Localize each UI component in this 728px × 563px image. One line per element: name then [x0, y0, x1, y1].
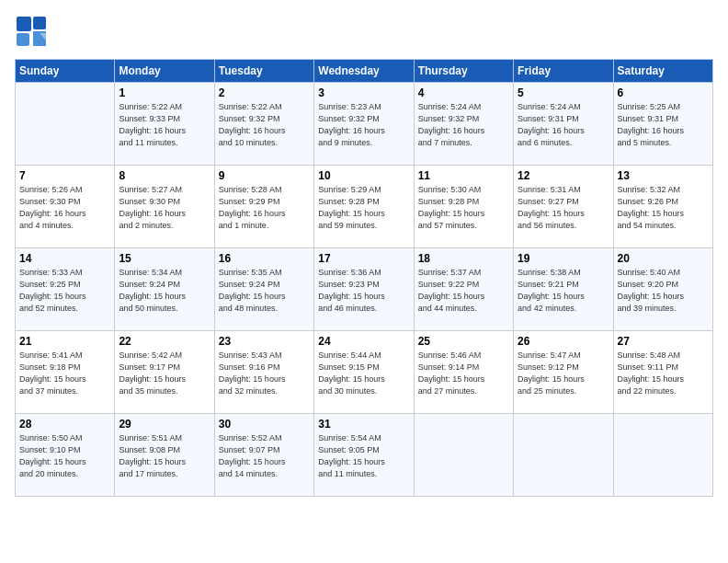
- day-info: Sunrise: 5:27 AM Sunset: 9:30 PM Dayligh…: [119, 184, 210, 232]
- day-info: Sunrise: 5:54 AM Sunset: 9:05 PM Dayligh…: [318, 432, 409, 480]
- page-header: [15, 15, 713, 48]
- day-number: 30: [219, 418, 310, 431]
- day-number: 7: [19, 169, 110, 182]
- weekday-header-friday: Friday: [514, 60, 613, 83]
- day-info: Sunrise: 5:26 AM Sunset: 9:30 PM Dayligh…: [19, 184, 110, 232]
- day-info: Sunrise: 5:31 AM Sunset: 9:27 PM Dayligh…: [518, 184, 609, 232]
- calendar-cell: 1Sunrise: 5:22 AM Sunset: 9:33 PM Daylig…: [115, 83, 214, 166]
- day-number: 8: [119, 169, 210, 182]
- day-info: Sunrise: 5:36 AM Sunset: 9:23 PM Dayligh…: [318, 267, 409, 315]
- calendar-week-5: 28Sunrise: 5:50 AM Sunset: 9:10 PM Dayli…: [16, 414, 713, 497]
- day-number: 24: [318, 335, 409, 348]
- day-info: Sunrise: 5:22 AM Sunset: 9:32 PM Dayligh…: [219, 101, 310, 149]
- day-info: Sunrise: 5:44 AM Sunset: 9:15 PM Dayligh…: [318, 350, 409, 397]
- day-number: 16: [219, 252, 310, 265]
- day-info: Sunrise: 5:42 AM Sunset: 9:17 PM Dayligh…: [119, 350, 210, 397]
- calendar-cell: 15Sunrise: 5:34 AM Sunset: 9:24 PM Dayli…: [115, 248, 214, 331]
- svg-rect-0: [17, 17, 31, 31]
- day-info: Sunrise: 5:23 AM Sunset: 9:32 PM Dayligh…: [318, 101, 409, 149]
- day-info: Sunrise: 5:25 AM Sunset: 9:31 PM Dayligh…: [618, 101, 709, 149]
- calendar-cell: 25Sunrise: 5:46 AM Sunset: 9:14 PM Dayli…: [414, 331, 513, 414]
- day-info: Sunrise: 5:28 AM Sunset: 9:29 PM Dayligh…: [219, 184, 310, 232]
- calendar-cell: 21Sunrise: 5:41 AM Sunset: 9:18 PM Dayli…: [16, 331, 115, 414]
- day-info: Sunrise: 5:35 AM Sunset: 9:24 PM Dayligh…: [219, 267, 310, 315]
- calendar-table: SundayMondayTuesdayWednesdayThursdayFrid…: [15, 59, 713, 497]
- calendar-cell: 6Sunrise: 5:25 AM Sunset: 9:31 PM Daylig…: [613, 83, 712, 166]
- day-info: Sunrise: 5:24 AM Sunset: 9:32 PM Dayligh…: [418, 101, 509, 149]
- day-info: Sunrise: 5:34 AM Sunset: 9:24 PM Dayligh…: [119, 267, 210, 315]
- day-number: 19: [518, 252, 609, 265]
- day-info: Sunrise: 5:48 AM Sunset: 9:11 PM Dayligh…: [618, 350, 709, 397]
- weekday-header-tuesday: Tuesday: [214, 60, 313, 83]
- day-info: Sunrise: 5:22 AM Sunset: 9:33 PM Dayligh…: [119, 101, 210, 149]
- svg-rect-1: [33, 17, 46, 29]
- calendar-cell: 24Sunrise: 5:44 AM Sunset: 9:15 PM Dayli…: [314, 331, 414, 414]
- day-number: 27: [618, 335, 709, 348]
- day-info: Sunrise: 5:51 AM Sunset: 9:08 PM Dayligh…: [119, 432, 210, 480]
- weekday-header-wednesday: Wednesday: [314, 60, 414, 83]
- day-number: 6: [618, 86, 709, 99]
- calendar-cell: 20Sunrise: 5:40 AM Sunset: 9:20 PM Dayli…: [613, 248, 712, 331]
- day-info: Sunrise: 5:37 AM Sunset: 9:22 PM Dayligh…: [418, 267, 509, 315]
- calendar-week-2: 7Sunrise: 5:26 AM Sunset: 9:30 PM Daylig…: [16, 166, 713, 248]
- day-number: 10: [318, 169, 409, 182]
- day-number: 2: [219, 86, 310, 99]
- calendar-cell: 11Sunrise: 5:30 AM Sunset: 9:28 PM Dayli…: [414, 166, 513, 248]
- calendar-cell: 14Sunrise: 5:33 AM Sunset: 9:25 PM Dayli…: [16, 248, 115, 331]
- calendar-cell: 10Sunrise: 5:29 AM Sunset: 9:28 PM Dayli…: [314, 166, 414, 248]
- day-info: Sunrise: 5:41 AM Sunset: 9:18 PM Dayligh…: [19, 350, 110, 397]
- calendar-cell: 9Sunrise: 5:28 AM Sunset: 9:29 PM Daylig…: [214, 166, 313, 248]
- calendar-week-4: 21Sunrise: 5:41 AM Sunset: 9:18 PM Dayli…: [16, 331, 713, 414]
- calendar-week-3: 14Sunrise: 5:33 AM Sunset: 9:25 PM Dayli…: [16, 248, 713, 331]
- calendar-cell: 13Sunrise: 5:32 AM Sunset: 9:26 PM Dayli…: [613, 166, 712, 248]
- day-info: Sunrise: 5:33 AM Sunset: 9:25 PM Dayligh…: [19, 267, 110, 315]
- day-number: 12: [518, 169, 609, 182]
- day-info: Sunrise: 5:52 AM Sunset: 9:07 PM Dayligh…: [219, 432, 310, 480]
- calendar-cell: 16Sunrise: 5:35 AM Sunset: 9:24 PM Dayli…: [214, 248, 313, 331]
- calendar-cell: 23Sunrise: 5:43 AM Sunset: 9:16 PM Dayli…: [214, 331, 313, 414]
- day-info: Sunrise: 5:43 AM Sunset: 9:16 PM Dayligh…: [219, 350, 310, 397]
- calendar-cell: 2Sunrise: 5:22 AM Sunset: 9:32 PM Daylig…: [214, 83, 313, 166]
- day-number: 21: [19, 335, 110, 348]
- day-info: Sunrise: 5:47 AM Sunset: 9:12 PM Dayligh…: [518, 350, 609, 397]
- calendar-cell: [613, 414, 712, 497]
- calendar-cell: 12Sunrise: 5:31 AM Sunset: 9:27 PM Dayli…: [514, 166, 613, 248]
- day-info: Sunrise: 5:29 AM Sunset: 9:28 PM Dayligh…: [318, 184, 409, 232]
- calendar-cell: 5Sunrise: 5:24 AM Sunset: 9:31 PM Daylig…: [514, 83, 613, 166]
- day-number: 31: [318, 418, 409, 431]
- weekday-header-saturday: Saturday: [613, 60, 712, 83]
- day-info: Sunrise: 5:50 AM Sunset: 9:10 PM Dayligh…: [19, 432, 110, 480]
- calendar-cell: 30Sunrise: 5:52 AM Sunset: 9:07 PM Dayli…: [214, 414, 313, 497]
- calendar-cell: 18Sunrise: 5:37 AM Sunset: 9:22 PM Dayli…: [414, 248, 513, 331]
- calendar-cell: 22Sunrise: 5:42 AM Sunset: 9:17 PM Dayli…: [115, 331, 214, 414]
- day-number: 9: [219, 169, 310, 182]
- calendar-week-1: 1Sunrise: 5:22 AM Sunset: 9:33 PM Daylig…: [16, 83, 713, 166]
- day-number: 3: [318, 86, 409, 99]
- day-info: Sunrise: 5:24 AM Sunset: 9:31 PM Dayligh…: [518, 101, 609, 149]
- day-number: 25: [418, 335, 509, 348]
- calendar-cell: [514, 414, 613, 497]
- calendar-cell: 29Sunrise: 5:51 AM Sunset: 9:08 PM Dayli…: [115, 414, 214, 497]
- logo-icon: [15, 15, 48, 48]
- calendar-cell: 31Sunrise: 5:54 AM Sunset: 9:05 PM Dayli…: [314, 414, 414, 497]
- day-number: 14: [19, 252, 110, 265]
- calendar-cell: 19Sunrise: 5:38 AM Sunset: 9:21 PM Dayli…: [514, 248, 613, 331]
- calendar-cell: 7Sunrise: 5:26 AM Sunset: 9:30 PM Daylig…: [16, 166, 115, 248]
- day-number: 4: [418, 86, 509, 99]
- calendar-cell: 26Sunrise: 5:47 AM Sunset: 9:12 PM Dayli…: [514, 331, 613, 414]
- weekday-header-thursday: Thursday: [414, 60, 513, 83]
- day-number: 17: [318, 252, 409, 265]
- day-number: 5: [518, 86, 609, 99]
- day-number: 29: [119, 418, 210, 431]
- calendar-cell: 4Sunrise: 5:24 AM Sunset: 9:32 PM Daylig…: [414, 83, 513, 166]
- day-number: 22: [119, 335, 210, 348]
- day-number: 11: [418, 169, 509, 182]
- calendar-cell: 17Sunrise: 5:36 AM Sunset: 9:23 PM Dayli…: [314, 248, 414, 331]
- day-number: 15: [119, 252, 210, 265]
- calendar-cell: [414, 414, 513, 497]
- calendar-cell: 28Sunrise: 5:50 AM Sunset: 9:10 PM Dayli…: [16, 414, 115, 497]
- weekday-header-monday: Monday: [115, 60, 214, 83]
- day-info: Sunrise: 5:46 AM Sunset: 9:14 PM Dayligh…: [418, 350, 509, 397]
- day-number: 18: [418, 252, 509, 265]
- day-number: 20: [618, 252, 709, 265]
